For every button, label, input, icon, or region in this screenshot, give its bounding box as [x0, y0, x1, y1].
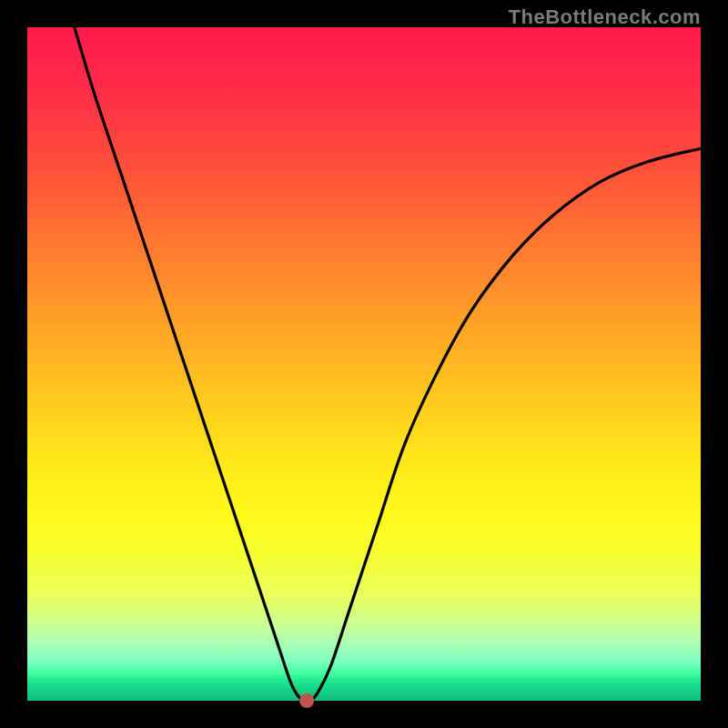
- optimal-point-marker: [299, 693, 314, 708]
- plot-area: [27, 27, 701, 701]
- chart-frame: TheBottleneck.com: [0, 0, 728, 728]
- bottleneck-curve: [27, 27, 701, 701]
- watermark-text: TheBottleneck.com: [509, 5, 701, 29]
